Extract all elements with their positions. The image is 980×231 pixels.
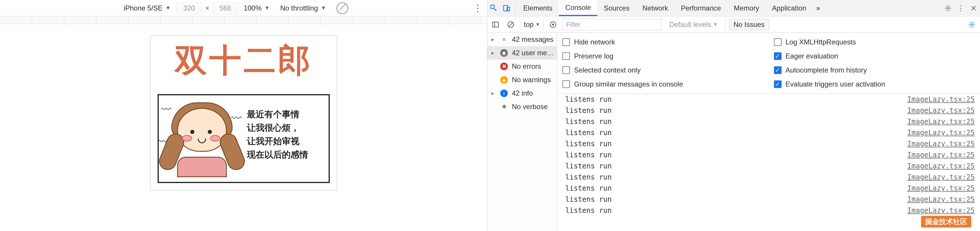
tab-application[interactable]: Application [765, 0, 813, 16]
log-levels-select[interactable]: Default levels ▼ [665, 21, 722, 29]
log-row[interactable]: listens runImageLazy.tsx:25 [557, 160, 980, 172]
sidebar-item-warn[interactable]: ▲No warnings [487, 73, 557, 87]
log-row[interactable]: listens runImageLazy.tsx:25 [557, 205, 980, 216]
checkbox-icon: ✓ [774, 52, 781, 60]
sidebar-item-user[interactable]: ▸◉42 user me… [487, 46, 557, 59]
comic-panel: 〰 〰 〰 〰 最近有个事情 让我很心烦， [158, 94, 330, 183]
dropdown-triangle-icon: ▼ [165, 5, 171, 11]
execution-context-select[interactable]: top ▼ [524, 21, 540, 29]
log-row[interactable]: listens runImageLazy.tsx:25 [557, 172, 980, 183]
setting-log-xmlhttprequests[interactable]: Log XMLHttpRequests [774, 35, 975, 49]
tab-network[interactable]: Network [636, 0, 675, 16]
setting-label: Eager evaluation [786, 52, 838, 60]
sidebar-item-err[interactable]: ✖No errors [487, 59, 557, 73]
user-icon: ◉ [500, 49, 508, 57]
log-row[interactable]: listens runImageLazy.tsx:25 [557, 194, 980, 205]
console-settings-icon[interactable] [966, 19, 978, 30]
log-source-link[interactable]: ImageLazy.tsx:25 [907, 162, 975, 170]
comic-caption: 最近有个事情 让我很心烦， 让我开始审视 现在以后的感情 [247, 101, 323, 176]
log-message: listens run [565, 95, 907, 104]
device-name: iPhone 5/SE [124, 4, 162, 12]
msg-icon: ≡ [500, 36, 508, 43]
log-source-link[interactable]: ImageLazy.tsx:25 [907, 173, 975, 181]
device-height-input[interactable]: 568 [212, 2, 239, 14]
live-expression-icon[interactable] [547, 19, 559, 30]
log-source-link[interactable]: ImageLazy.tsx:25 [907, 151, 975, 159]
log-row[interactable]: listens runImageLazy.tsx:25 [557, 105, 980, 116]
caret-icon: ▸ [492, 36, 496, 43]
log-source-link[interactable]: ImageLazy.tsx:25 [907, 207, 975, 215]
log-row[interactable]: listens runImageLazy.tsx:25 [557, 94, 980, 105]
log-message: listens run [565, 207, 907, 215]
devtools-close-icon[interactable] [967, 2, 980, 14]
setting-preserve-log[interactable]: Preserve log [562, 49, 763, 63]
tab-performance[interactable]: Performance [675, 0, 727, 16]
console-log-list[interactable]: listens runImageLazy.tsx:25listens runIm… [557, 94, 980, 231]
log-message: listens run [565, 195, 907, 204]
devtools-settings-icon[interactable] [942, 2, 954, 14]
device-emulation-pane: iPhone 5/SE ▼ 320 × 568 100% ▼ No thrott… [0, 0, 487, 231]
log-source-link[interactable]: ImageLazy.tsx:25 [907, 129, 975, 137]
console-settings-panel: Hide networkPreserve logSelected context… [557, 33, 980, 94]
log-row[interactable]: listens runImageLazy.tsx:25 [557, 183, 980, 194]
tab-elements[interactable]: Elements [517, 0, 559, 16]
log-source-link[interactable]: ImageLazy.tsx:25 [907, 117, 975, 126]
rotate-icon[interactable] [336, 2, 348, 14]
verb-icon: ✱ [500, 103, 508, 111]
log-message: listens run [565, 151, 907, 159]
sidebar-item-info[interactable]: ▸i42 info [487, 87, 557, 100]
log-source-link[interactable]: ImageLazy.tsx:25 [907, 184, 975, 192]
log-row[interactable]: listens runImageLazy.tsx:25 [557, 127, 980, 138]
err-icon: ✖ [500, 63, 508, 70]
device-select[interactable]: iPhone 5/SE ▼ [118, 4, 176, 12]
horizontal-ruler [0, 16, 487, 24]
sidebar-item-label: No verbose [512, 103, 554, 111]
log-source-link[interactable]: ImageLazy.tsx:25 [907, 95, 975, 104]
console-filter-input[interactable] [562, 19, 662, 30]
device-stage: 双十二郎 〰 〰 〰 〰 [0, 24, 487, 231]
console-sidebar: ▸≡42 messages▸◉42 user me…✖No errors▲No … [487, 33, 557, 231]
setting-group-similar-messages-in-console[interactable]: Group similar messages in console [562, 77, 763, 91]
checkbox-icon: ✓ [774, 80, 781, 88]
setting-autocomplete-from-history[interactable]: ✓Autocomplete from history [774, 63, 975, 77]
clear-console-icon[interactable] [505, 19, 517, 30]
checkbox-icon [774, 38, 781, 46]
toggle-device-toolbar-icon[interactable] [500, 2, 513, 14]
setting-evaluate-triggers-user-activation[interactable]: ✓Evaluate triggers user activation [774, 77, 975, 91]
comic-illustration: 〰 〰 〰 〰 [164, 101, 240, 176]
log-source-link[interactable]: ImageLazy.tsx:25 [907, 140, 975, 148]
throttling-select[interactable]: No throttling ▼ [275, 4, 331, 12]
console-body: ▸≡42 messages▸◉42 user me…✖No errors▲No … [487, 33, 980, 231]
log-row[interactable]: listens runImageLazy.tsx:25 [557, 149, 980, 160]
log-message: listens run [565, 106, 907, 115]
console-sidebar-toggle-icon[interactable] [490, 19, 501, 30]
log-message: listens run [565, 173, 907, 181]
device-frame[interactable]: 双十二郎 〰 〰 〰 〰 [150, 36, 337, 190]
sidebar-item-msg[interactable]: ▸≡42 messages [487, 33, 557, 46]
sidebar-item-verb[interactable]: ✱No verbose [487, 100, 557, 114]
throttling-value: No throttling [280, 4, 318, 12]
log-message: listens run [565, 117, 907, 126]
tabs-overflow-icon[interactable]: » [813, 4, 824, 12]
svg-rect-3 [493, 22, 498, 27]
log-source-link[interactable]: ImageLazy.tsx:25 [907, 106, 975, 115]
zoom-select[interactable]: 100% ▼ [239, 4, 275, 12]
log-source-link[interactable]: ImageLazy.tsx:25 [907, 195, 975, 204]
setting-selected-context-only[interactable]: Selected context only [562, 63, 763, 77]
tab-memory[interactable]: Memory [727, 0, 766, 16]
setting-label: Group similar messages in console [574, 80, 683, 88]
device-width-input[interactable]: 320 [176, 2, 202, 14]
devtools-menu-icon[interactable]: ⋮ [954, 2, 967, 14]
tab-console[interactable]: Console [559, 0, 597, 16]
log-row[interactable]: listens runImageLazy.tsx:25 [557, 138, 980, 149]
setting-eager-evaluation[interactable]: ✓Eager evaluation [774, 49, 975, 63]
setting-hide-network[interactable]: Hide network [562, 35, 763, 49]
dropdown-triangle-icon: ▼ [535, 22, 540, 27]
inspect-element-icon[interactable] [487, 2, 500, 14]
device-toolbar-menu[interactable]: ⋮ [472, 3, 484, 14]
tab-sources[interactable]: Sources [597, 0, 636, 16]
sidebar-item-label: No errors [512, 62, 554, 71]
svg-point-2 [947, 7, 949, 9]
log-row[interactable]: listens runImageLazy.tsx:25 [557, 116, 980, 127]
issues-button[interactable]: No Issues [729, 19, 769, 30]
